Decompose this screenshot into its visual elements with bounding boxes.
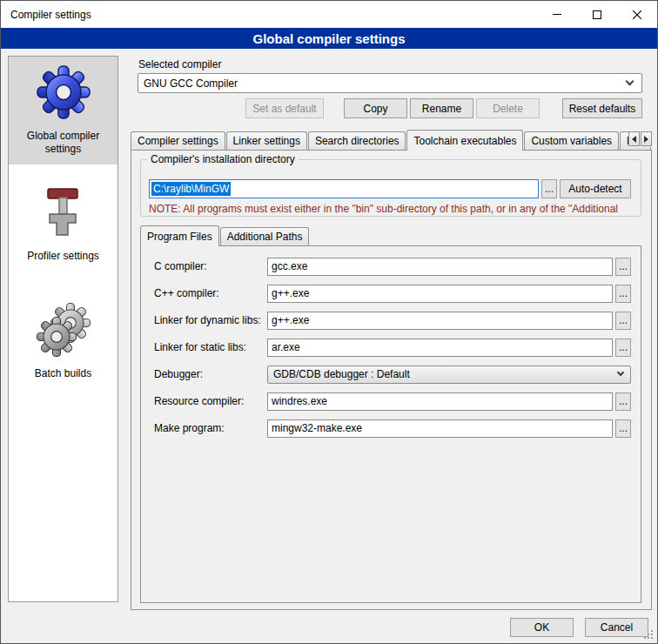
- settings-sidebar: Global compiler settings Profiler settin…: [8, 56, 118, 602]
- profiler-tool-icon: [36, 184, 91, 240]
- cpp-compiler-browse-button[interactable]: ...: [615, 285, 631, 303]
- tab-search-directories[interactable]: Search directories: [308, 131, 406, 150]
- c-compiler-input[interactable]: [267, 258, 613, 276]
- cpp-compiler-input[interactable]: [267, 285, 613, 303]
- debugger-label: Debugger:: [154, 368, 267, 380]
- tab-scroll-controls: [628, 131, 653, 147]
- directory-browse-button[interactable]: ...: [541, 179, 557, 198]
- maximize-button[interactable]: [577, 1, 617, 28]
- c-compiler-browse-button[interactable]: ...: [615, 258, 631, 276]
- gear-blue-icon: [36, 64, 91, 120]
- linker-static-label: Linker for static libs:: [154, 341, 267, 353]
- settings-tabbar: Compiler settings Linker settings Search…: [131, 129, 652, 151]
- subtab-program-files[interactable]: Program Files: [140, 225, 219, 246]
- program-files-tabbar: Program Files Additional Paths: [140, 225, 641, 246]
- maximize-icon: [593, 10, 601, 19]
- tab-custom-variables[interactable]: Custom variables: [524, 131, 619, 150]
- make-program-label: Make program:: [154, 422, 267, 434]
- field-row-c-compiler: C compiler: ...: [154, 257, 641, 276]
- selected-compiler-value: GNU GCC Compiler: [144, 77, 238, 90]
- sidebar-item-label: Global compiler settings: [12, 130, 114, 156]
- window-controls: [537, 1, 657, 28]
- arrow-right-icon: [644, 136, 648, 143]
- cpp-compiler-label: C++ compiler:: [154, 287, 267, 299]
- window-title: Compiler settings: [10, 9, 91, 21]
- close-icon: [633, 10, 641, 19]
- sidebar-item-label: Profiler settings: [27, 250, 99, 263]
- compiler-settings-dialog: Compiler settings Global compiler settin…: [0, 0, 658, 644]
- debugger-select-value: GDB/CDB debugger : Default: [273, 368, 410, 380]
- sidebar-item-global-compiler-settings[interactable]: Global compiler settings: [9, 57, 118, 164]
- chevron-down-icon: [626, 77, 634, 86]
- linker-dynamic-label: Linker for dynamic libs:: [154, 314, 267, 326]
- delete-button: Delete: [476, 98, 540, 118]
- resize-grip[interactable]: [642, 628, 653, 639]
- field-row-cpp-compiler: C++ compiler: ...: [154, 284, 641, 303]
- linker-static-browse-button[interactable]: ...: [615, 339, 631, 357]
- sidebar-item-profiler-settings[interactable]: Profiler settings: [9, 177, 118, 272]
- tab-scroll-right-button[interactable]: [641, 131, 652, 146]
- field-row-linker-dynamic: Linker for dynamic libs: ...: [154, 311, 641, 330]
- c-compiler-label: C compiler:: [154, 260, 267, 272]
- page-title: Global compiler settings: [1, 28, 657, 49]
- tab-scroll-left-button[interactable]: [628, 131, 640, 146]
- field-row-make-program: Make program: ...: [154, 419, 641, 438]
- installation-directory-group-title: Compiler's installation directory: [147, 153, 299, 165]
- subtab-additional-paths[interactable]: Additional Paths: [220, 227, 310, 245]
- compiler-actions: Set as default Copy Rename Delete Reset …: [138, 98, 642, 118]
- ok-button[interactable]: OK: [510, 618, 574, 637]
- selected-compiler-dropdown[interactable]: GNU GCC Compiler: [138, 73, 642, 93]
- make-program-input[interactable]: [267, 419, 613, 438]
- arrow-left-icon: [632, 136, 636, 143]
- linker-dynamic-input[interactable]: [267, 312, 613, 330]
- rename-button[interactable]: Rename: [410, 98, 473, 118]
- close-button[interactable]: [617, 1, 657, 28]
- resource-compiler-label: Resource compiler:: [154, 395, 267, 407]
- linker-dynamic-browse-button[interactable]: ...: [615, 312, 631, 330]
- field-row-resource-compiler: Resource compiler: ...: [154, 392, 641, 411]
- tab-compiler-settings[interactable]: Compiler settings: [131, 131, 225, 150]
- gears-stack-icon: [36, 302, 91, 358]
- debugger-select[interactable]: GDB/CDB debugger : Default: [267, 366, 631, 384]
- field-row-linker-static: Linker for static libs: ...: [154, 338, 641, 357]
- sidebar-item-batch-builds[interactable]: Batch builds: [9, 294, 118, 389]
- set-as-default-button: Set as default: [245, 98, 324, 118]
- field-row-debugger: Debugger: GDB/CDB debugger : Default: [154, 365, 641, 384]
- cancel-button[interactable]: Cancel: [585, 618, 648, 637]
- linker-static-input[interactable]: [267, 339, 613, 357]
- copy-button[interactable]: Copy: [344, 98, 407, 118]
- installation-directory-input[interactable]: C:\raylib\MinGW: [149, 179, 539, 198]
- sidebar-item-label: Batch builds: [35, 367, 91, 380]
- resource-compiler-input[interactable]: [267, 392, 613, 411]
- resource-compiler-browse-button[interactable]: ...: [615, 392, 631, 411]
- selected-compiler-label: Selected compiler: [138, 58, 221, 70]
- minimize-icon: [553, 14, 561, 15]
- tab-linker-settings[interactable]: Linker settings: [226, 131, 307, 150]
- reset-defaults-button[interactable]: Reset defaults: [562, 98, 642, 118]
- auto-detect-button[interactable]: Auto-detect: [560, 179, 631, 198]
- chevron-down-icon: [617, 369, 624, 376]
- make-program-browse-button[interactable]: ...: [615, 419, 631, 438]
- note-text: NOTE: All programs must exist either in …: [149, 203, 642, 215]
- program-files-panel: C compiler: ... C++ compiler: ... Linker…: [140, 245, 641, 603]
- minimize-button[interactable]: [537, 1, 577, 28]
- selected-directory-text: C:\raylib\MinGW: [151, 182, 231, 196]
- title-bar: Compiler settings: [1, 1, 657, 28]
- tab-toolchain-executables[interactable]: Toolchain executables: [406, 130, 523, 151]
